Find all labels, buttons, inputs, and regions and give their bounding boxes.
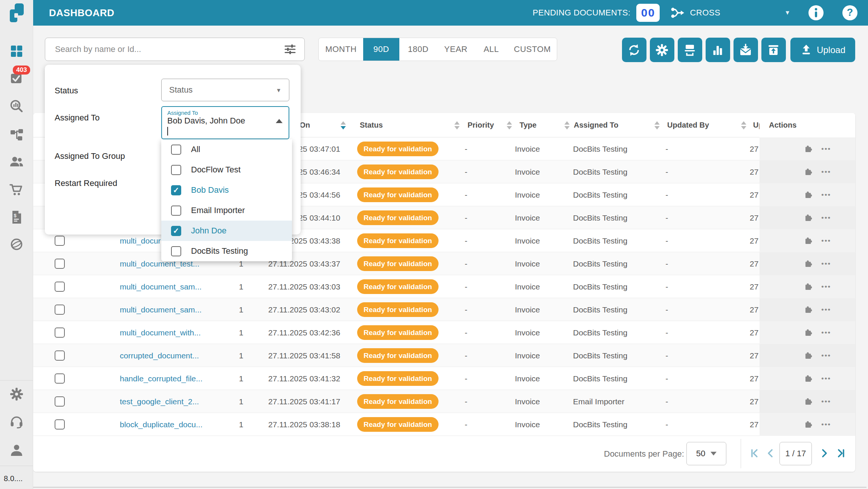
- row-more-button[interactable]: •••: [821, 145, 831, 153]
- header-priority[interactable]: Priority: [468, 113, 494, 137]
- sidebar-item-dashboard[interactable]: [9, 44, 24, 58]
- plugin-icon[interactable]: [804, 213, 813, 222]
- document-name-link[interactable]: test_google_client_2...: [120, 390, 199, 413]
- header-assigned-to[interactable]: Assigned To: [574, 113, 619, 137]
- plugin-icon[interactable]: [804, 259, 813, 268]
- help-icon[interactable]: ?: [842, 5, 858, 21]
- document-name-link[interactable]: handle_corrupted_file...: [120, 367, 203, 390]
- tab-month[interactable]: MONTH: [319, 38, 363, 61]
- dropdown-option[interactable]: ✓John Doe: [161, 221, 292, 241]
- checked-checkbox[interactable]: ✓: [171, 185, 181, 195]
- plugin-icon[interactable]: [804, 145, 813, 154]
- row-more-button[interactable]: •••: [821, 306, 831, 314]
- sidebar-item-users[interactable]: [9, 154, 24, 169]
- header-updated-by[interactable]: Updated By: [667, 113, 709, 137]
- sidebar-item-purchase-orders[interactable]: [9, 183, 24, 197]
- sidebar-item-settings[interactable]: [9, 387, 24, 401]
- assigned-to-multiselect[interactable]: Assigned To Bob Davis, John Doe: [161, 106, 289, 139]
- plugin-icon[interactable]: [804, 190, 813, 200]
- refresh-button[interactable]: [622, 38, 646, 62]
- tab-all[interactable]: ALL: [475, 38, 508, 61]
- horizontal-scrollbar[interactable]: [33, 487, 866, 488]
- mail-import-button[interactable]: [734, 38, 758, 62]
- search-input[interactable]: [54, 44, 283, 55]
- sort-priority[interactable]: [504, 113, 514, 137]
- row-more-button[interactable]: •••: [821, 168, 831, 176]
- document-name-link[interactable]: multi_document_with...: [120, 321, 201, 344]
- plugin-icon[interactable]: [804, 328, 813, 337]
- dropdown-option[interactable]: Email Importer: [161, 200, 292, 221]
- document-name-link[interactable]: corrupted_document...: [120, 344, 199, 367]
- header-type[interactable]: Type: [520, 113, 536, 137]
- unchecked-checkbox[interactable]: [171, 165, 181, 175]
- plugin-icon[interactable]: [804, 305, 813, 314]
- tab-90d[interactable]: 90D: [363, 38, 399, 61]
- sort-type[interactable]: [562, 113, 572, 137]
- row-checkbox[interactable]: [55, 282, 65, 292]
- row-more-button[interactable]: •••: [821, 214, 831, 222]
- info-icon[interactable]: [808, 5, 824, 21]
- row-more-button[interactable]: •••: [821, 191, 831, 199]
- export-button[interactable]: [761, 38, 786, 62]
- row-more-button[interactable]: •••: [821, 283, 831, 291]
- unchecked-checkbox[interactable]: [171, 206, 181, 216]
- tab-custom[interactable]: CUSTOM: [508, 38, 557, 61]
- sort-status[interactable]: [452, 113, 462, 137]
- first-page-button[interactable]: [750, 448, 761, 460]
- tab-180d[interactable]: 180D: [399, 38, 437, 61]
- tab-year[interactable]: YEAR: [437, 38, 475, 61]
- row-more-button[interactable]: •••: [821, 420, 831, 429]
- sidebar-item-search-analytics[interactable]: [9, 99, 24, 114]
- sidebar-item-workflow[interactable]: [9, 127, 24, 142]
- scanner-button[interactable]: [678, 38, 702, 62]
- checked-checkbox[interactable]: ✓: [171, 226, 181, 236]
- sidebar-item-integrations[interactable]: [9, 237, 24, 251]
- document-name-link[interactable]: multi_document_sam...: [120, 275, 202, 298]
- last-page-button[interactable]: [835, 448, 845, 460]
- unchecked-checkbox[interactable]: [171, 246, 181, 256]
- plugin-icon[interactable]: [804, 374, 813, 383]
- plugin-icon[interactable]: [804, 420, 813, 429]
- row-more-button[interactable]: •••: [821, 260, 831, 268]
- unchecked-checkbox[interactable]: [171, 145, 181, 155]
- header-status[interactable]: Status: [360, 113, 383, 137]
- analytics-button[interactable]: [706, 38, 730, 62]
- plugin-icon[interactable]: [804, 397, 813, 406]
- plugin-icon[interactable]: [804, 351, 813, 360]
- row-more-button[interactable]: •••: [821, 375, 831, 383]
- per-page-select[interactable]: 50: [686, 442, 726, 465]
- sidebar-item-support[interactable]: [9, 415, 24, 429]
- next-page-button[interactable]: [819, 448, 829, 460]
- row-checkbox[interactable]: [55, 236, 65, 246]
- sidebar-item-invoices[interactable]: $: [9, 210, 24, 224]
- document-name-link[interactable]: multi_document_sam...: [120, 298, 202, 321]
- row-more-button[interactable]: •••: [821, 352, 831, 360]
- sort-assigned-to[interactable]: [652, 113, 662, 137]
- workspace-name[interactable]: CROSS: [690, 8, 720, 18]
- sort-updated-by[interactable]: [739, 113, 749, 137]
- dropdown-option[interactable]: DocFlow Test: [161, 160, 292, 180]
- chevron-up-icon[interactable]: [276, 119, 283, 123]
- row-more-button[interactable]: •••: [821, 329, 831, 337]
- row-checkbox[interactable]: [55, 328, 65, 338]
- dropdown-option[interactable]: DocBits Testing: [161, 241, 292, 261]
- workspace-caret-icon[interactable]: ▼: [784, 9, 790, 16]
- row-checkbox[interactable]: [55, 419, 65, 430]
- row-checkbox[interactable]: [55, 305, 65, 315]
- tune-filter-icon[interactable]: [283, 43, 297, 56]
- row-more-button[interactable]: •••: [821, 398, 831, 406]
- row-checkbox[interactable]: [55, 259, 65, 269]
- row-checkbox[interactable]: [55, 373, 65, 384]
- row-checkbox[interactable]: [55, 350, 65, 361]
- upload-button[interactable]: Upload: [790, 38, 855, 62]
- plugin-icon[interactable]: [804, 168, 813, 177]
- status-select[interactable]: Status ▼: [161, 79, 289, 101]
- dropdown-option[interactable]: ✓Bob Davis: [161, 180, 292, 200]
- dashboard-settings-button[interactable]: [650, 38, 674, 62]
- sidebar-item-profile[interactable]: [9, 443, 24, 457]
- plugin-icon[interactable]: [804, 236, 813, 245]
- app-logo[interactable]: [0, 0, 33, 26]
- row-checkbox[interactable]: [55, 396, 65, 407]
- plugin-icon[interactable]: [804, 282, 813, 291]
- sort-uploaded-on[interactable]: [338, 113, 348, 137]
